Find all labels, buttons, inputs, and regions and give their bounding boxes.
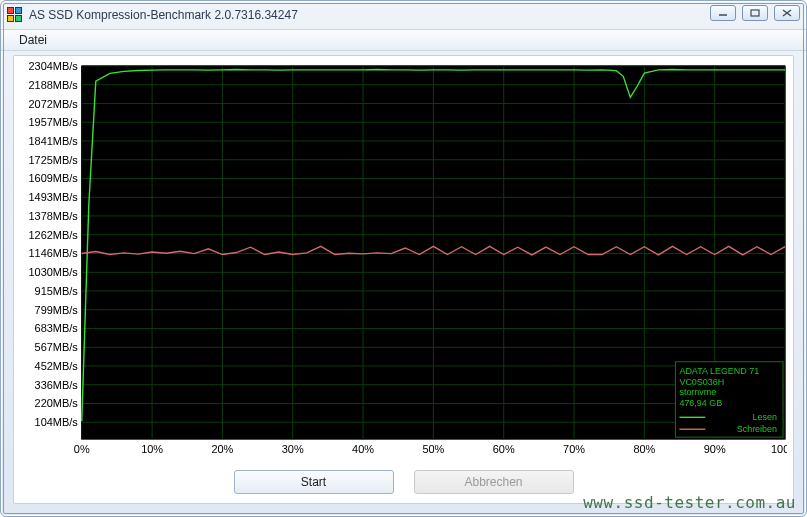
minimize-button[interactable] <box>710 5 736 21</box>
svg-text:220MB/s: 220MB/s <box>35 398 79 410</box>
watermark: www.ssd-tester.com.au <box>583 493 796 512</box>
svg-text:10%: 10% <box>141 443 163 455</box>
cancel-button[interactable]: Abbrechen <box>414 470 574 494</box>
svg-text:2304MB/s: 2304MB/s <box>28 62 78 72</box>
svg-text:1146MB/s: 1146MB/s <box>28 248 78 260</box>
svg-rect-1 <box>751 10 759 16</box>
window-title: AS SSD Kompression-Benchmark 2.0.7316.34… <box>29 8 298 22</box>
start-button[interactable]: Start <box>234 470 394 494</box>
svg-text:799MB/s: 799MB/s <box>35 304 79 316</box>
svg-text:2188MB/s: 2188MB/s <box>28 79 78 91</box>
svg-text:1957MB/s: 1957MB/s <box>28 116 78 128</box>
svg-text:476,94 GB: 476,94 GB <box>679 398 722 408</box>
svg-text:104MB/s: 104MB/s <box>35 416 79 428</box>
svg-text:336MB/s: 336MB/s <box>35 379 79 391</box>
svg-text:683MB/s: 683MB/s <box>35 323 79 335</box>
svg-text:80%: 80% <box>633 443 655 455</box>
svg-text:1841MB/s: 1841MB/s <box>28 135 78 147</box>
svg-text:1493MB/s: 1493MB/s <box>28 191 78 203</box>
chart-canvas: 104MB/s220MB/s336MB/s452MB/s567MB/s683MB… <box>20 62 787 459</box>
svg-text:100%: 100% <box>771 443 787 455</box>
close-button[interactable] <box>774 5 800 21</box>
svg-text:1609MB/s: 1609MB/s <box>28 173 78 185</box>
titlebar[interactable]: AS SSD Kompression-Benchmark 2.0.7316.34… <box>1 1 806 29</box>
svg-text:Lesen: Lesen <box>753 412 777 422</box>
svg-text:40%: 40% <box>352 443 374 455</box>
svg-text:90%: 90% <box>704 443 726 455</box>
svg-text:60%: 60% <box>493 443 515 455</box>
client-area: 104MB/s220MB/s336MB/s452MB/s567MB/s683MB… <box>13 55 794 504</box>
menubar: Datei <box>1 29 806 51</box>
svg-text:2072MB/s: 2072MB/s <box>28 98 78 110</box>
svg-text:30%: 30% <box>282 443 304 455</box>
menu-datei[interactable]: Datei <box>11 31 55 49</box>
maximize-button[interactable] <box>742 5 768 21</box>
svg-text:1725MB/s: 1725MB/s <box>28 154 78 166</box>
svg-text:70%: 70% <box>563 443 585 455</box>
svg-text:0%: 0% <box>74 443 90 455</box>
svg-text:567MB/s: 567MB/s <box>35 341 79 353</box>
svg-text:1378MB/s: 1378MB/s <box>28 210 78 222</box>
svg-text:ADATA LEGEND 71: ADATA LEGEND 71 <box>679 366 759 376</box>
svg-text:Schreiben: Schreiben <box>737 424 777 434</box>
svg-text:50%: 50% <box>422 443 444 455</box>
app-window: AS SSD Kompression-Benchmark 2.0.7316.34… <box>0 0 807 517</box>
svg-text:915MB/s: 915MB/s <box>35 285 79 297</box>
chart: 104MB/s220MB/s336MB/s452MB/s567MB/s683MB… <box>20 62 787 459</box>
app-icon <box>7 7 23 23</box>
svg-text:stornvme: stornvme <box>679 387 716 397</box>
svg-text:1262MB/s: 1262MB/s <box>28 229 78 241</box>
svg-text:VC0S036H: VC0S036H <box>679 377 724 387</box>
svg-text:452MB/s: 452MB/s <box>35 360 79 372</box>
svg-text:1030MB/s: 1030MB/s <box>28 266 78 278</box>
svg-text:20%: 20% <box>211 443 233 455</box>
